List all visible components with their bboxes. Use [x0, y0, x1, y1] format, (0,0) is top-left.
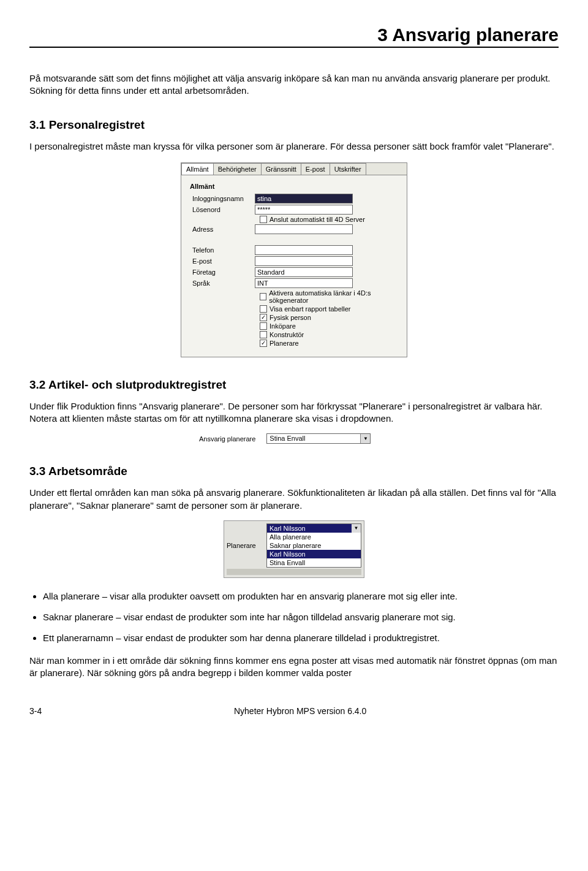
phone-label: Telefon: [187, 246, 255, 254]
tab-epost[interactable]: E-post: [301, 163, 330, 175]
tab-utskrifter[interactable]: Utskrifter: [330, 163, 366, 175]
title-rule: [29, 47, 559, 48]
konstruktor-label: Konstruktör: [270, 331, 304, 338]
email-label: E-post: [187, 257, 255, 265]
visa-rapport-label: Visa enbart rapport tabeller: [270, 305, 351, 313]
section-3-1-title: 3.1 Personalregistret: [29, 118, 559, 132]
login-input[interactable]: [255, 194, 353, 203]
company-label: Företag: [187, 268, 255, 276]
bullet-item: Saknar planerare – visar endast de produ…: [43, 611, 559, 623]
section-3-2-title: 3.2 Artikel- och slutproduktregistret: [29, 378, 559, 392]
language-input[interactable]: [255, 278, 353, 288]
closing-paragraph: När man kommer in i ett område där sökni…: [29, 655, 559, 680]
language-label: Språk: [187, 280, 255, 287]
planerare-label: Planerare: [270, 340, 299, 347]
planerare-search-panel: Planerare Karl Nilsson ▼ Alla planerare …: [224, 520, 364, 578]
planerare-selected: Karl Nilsson: [267, 524, 352, 533]
planerare-search-label: Planerare: [227, 542, 260, 549]
list-item[interactable]: Saknar planerare: [267, 541, 361, 550]
personnel-dialog: Allmänt Behörigheter Gränssnitt E-post U…: [181, 162, 407, 357]
bullet-item: Alla planerare – visar alla produkter oa…: [43, 590, 559, 603]
fysisk-checkbox[interactable]: ✓: [260, 314, 267, 321]
planerare-list: Alla planerare Saknar planerare Karl Nil…: [267, 533, 361, 567]
dialog-tabs: Allmänt Behörigheter Gränssnitt E-post U…: [181, 163, 407, 175]
inkopare-label: Inköpare: [270, 322, 296, 330]
aktivera-label: Aktivera automatiska länkar i 4D:s sökge…: [269, 289, 401, 304]
ansvarig-planerare-label: Ansvarig planerare: [199, 435, 255, 443]
login-label: Inloggningsnamn: [187, 195, 255, 202]
list-item[interactable]: Karl Nilsson: [267, 550, 361, 558]
bullet-list: Alla planerare – visar alla produkter oa…: [29, 590, 559, 645]
section-3-2-text: Under flik Produktion finns "Ansvarig pl…: [29, 400, 559, 425]
planerare-checkbox[interactable]: ✓: [260, 340, 267, 347]
address-input[interactable]: [255, 224, 353, 234]
page-number: 3-4: [29, 706, 42, 716]
section-3-3-title: 3.3 Arbetsområde: [29, 465, 559, 478]
password-input[interactable]: [255, 205, 353, 215]
konstruktor-checkbox[interactable]: [260, 331, 267, 338]
password-label: Lösenord: [187, 206, 255, 213]
bullet-item: Ett planerarnamn – visar endast de produ…: [43, 632, 559, 644]
tab-allmant[interactable]: Allmänt: [181, 163, 214, 175]
chevron-down-icon[interactable]: ▼: [352, 524, 361, 533]
planerare-combo[interactable]: Karl Nilsson ▼ Alla planerare Saknar pla…: [266, 523, 361, 568]
section-3-1-text: I personalregistret måste man kryssa för…: [29, 140, 559, 153]
panel-footer: [227, 569, 361, 575]
section-3-3-text: Under ett flertal områden kan man söka p…: [29, 487, 559, 512]
email-input[interactable]: [255, 256, 353, 266]
aktivera-checkbox[interactable]: [260, 293, 266, 300]
phone-input[interactable]: [255, 245, 353, 255]
address-label: Adress: [187, 226, 255, 233]
group-title: Allmänt: [190, 183, 401, 190]
ansvarig-planerare-field: Ansvarig planerare Stina Envall ▼: [199, 433, 389, 444]
auto-connect-label: Anslut automatiskt till 4D Server: [270, 216, 365, 223]
company-input[interactable]: [255, 267, 353, 277]
inkopare-checkbox[interactable]: [260, 322, 267, 330]
chapter-title: 3 Ansvarig planerare: [29, 25, 559, 45]
visa-rapport-checkbox[interactable]: [260, 305, 267, 313]
intro-paragraph: På motsvarande sätt som det finns möjlig…: [29, 72, 559, 97]
tab-granssnitt[interactable]: Gränssnitt: [261, 163, 301, 175]
page-footer: 3-4 Nyheter Hybron MPS version 6.4.0: [0, 706, 588, 728]
fysisk-label: Fysisk person: [270, 314, 311, 321]
footer-title: Nyheter Hybron MPS version 6.4.0: [234, 706, 366, 716]
list-item[interactable]: Alla planerare: [267, 533, 361, 541]
list-item[interactable]: Stina Envall: [267, 558, 361, 567]
ansvarig-planerare-value: Stina Envall: [267, 434, 361, 443]
chevron-down-icon[interactable]: ▼: [361, 434, 370, 443]
ansvarig-planerare-combo[interactable]: Stina Envall ▼: [266, 433, 371, 444]
auto-connect-checkbox[interactable]: [260, 216, 267, 223]
tab-behorigheter[interactable]: Behörigheter: [213, 163, 262, 175]
